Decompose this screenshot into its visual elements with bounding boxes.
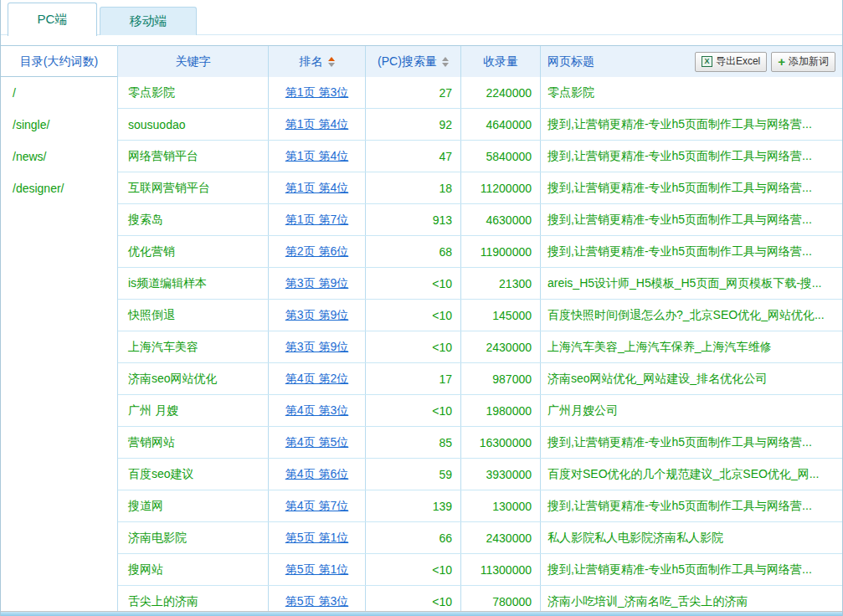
search-volume-cell: 27 (366, 77, 461, 108)
directory-item[interactable]: /single/ (1, 109, 117, 141)
search-volume-cell: 59 (366, 459, 461, 490)
table-body: 零点影院 第1页 第3位 27 2240000 零点影院 sousuodao 第… (118, 77, 842, 616)
page-title-cell: 搜到,让营销更精准-专业h5页面制作工具与网络营... (541, 172, 842, 203)
rank-link[interactable]: 第4页 第6位 (285, 467, 348, 482)
rank-header-label: 排名 (300, 54, 323, 69)
rank-link[interactable]: 第5页 第3位 (285, 594, 348, 609)
rank-link[interactable]: 第5页 第1位 (285, 562, 348, 578)
rank-cell: 第3页 第9位 (269, 268, 366, 299)
rank-cell: 第1页 第4位 (269, 141, 366, 172)
seo-keyword-rank-panel: PC端 移动端 目录(大约词数) / /single/ /news/ /desi… (0, 0, 843, 616)
directory-item[interactable]: / (1, 77, 117, 109)
rank-link[interactable]: 第4页 第7位 (285, 499, 348, 514)
keyword-cell: 互联网营销平台 (118, 172, 269, 203)
bottom-scrollbar[interactable] (1, 611, 842, 616)
toolbar: X 导出Excel + 添加新词 (695, 52, 842, 72)
keyword-header: 关键字 (118, 46, 269, 77)
page-title-cell: 私人影院私人电影院济南私人影院 (541, 522, 842, 553)
tab-mobile[interactable]: 移动端 (100, 7, 197, 35)
keyword-cell: 济南电影院 (118, 522, 269, 553)
keyword-cell: 快照倒退 (118, 300, 269, 331)
rank-cell: 第5页 第1位 (269, 522, 366, 553)
directory-list: / /single/ /news/ /designer/ (1, 77, 117, 204)
rank-link[interactable]: 第1页 第3位 (285, 85, 348, 100)
index-count-cell: 987000 (461, 363, 541, 394)
rank-link[interactable]: 第1页 第4位 (285, 181, 348, 196)
table-row: 网络营销平台 第1页 第4位 47 5840000 搜到,让营销更精准-专业h5… (118, 141, 842, 172)
rank-cell: 第3页 第9位 (269, 300, 366, 331)
rank-link[interactable]: 第4页 第3位 (285, 403, 348, 418)
sort-desc-icon (328, 63, 335, 67)
plus-icon: + (778, 55, 785, 68)
page-title-cell: 搜到,让营销更精准-专业h5页面制作工具与网络营... (541, 204, 842, 235)
add-keyword-button[interactable]: + 添加新词 (771, 52, 835, 72)
index-count-cell: 130000 (461, 490, 541, 521)
index-count-cell: 21300 (461, 268, 541, 299)
keyword-cell: 搜道网 (118, 490, 269, 521)
rank-header: 排名 (269, 46, 366, 77)
search-volume-sort-control[interactable] (442, 57, 449, 67)
keyword-cell: 零点影院 (118, 77, 269, 108)
search-volume-cell: <10 (366, 300, 461, 331)
tab-bar: PC端 移动端 (1, 0, 842, 35)
sort-asc-icon (328, 57, 335, 61)
directory-item[interactable]: /designer/ (1, 172, 117, 204)
directory-column: 目录(大约词数) / /single/ /news/ /designer/ (1, 45, 118, 616)
table-row: 零点影院 第1页 第3位 27 2240000 零点影院 (118, 77, 842, 109)
index-count-cell: 5840000 (461, 141, 541, 172)
rank-link[interactable]: 第2页 第6位 (285, 244, 348, 259)
rank-link[interactable]: 第4页 第5位 (285, 435, 348, 450)
rank-link[interactable]: 第5页 第1位 (285, 531, 348, 546)
rank-cell: 第3页 第9位 (269, 331, 366, 362)
rank-link[interactable]: 第3页 第9位 (285, 276, 348, 291)
index-count-cell: 2430000 (461, 331, 541, 362)
table-header-row: 关键字 排名 (PC)搜索量 收录量 (118, 45, 842, 77)
table-row: 上海汽车美容 第3页 第9位 <10 2430000 上海汽车美容_上海汽车保养… (118, 331, 842, 363)
sort-asc-icon (442, 57, 449, 61)
page-title-cell: 搜到,让营销更精准-专业h5页面制作工具与网络营... (541, 554, 842, 585)
index-count-header-label: 收录量 (483, 54, 518, 69)
page-title-cell: 上海汽车美容_上海汽车保养_上海汽车维修 (541, 331, 842, 362)
table-row: 营销网站 第4页 第5位 85 16300000 搜到,让营销更精准-专业h5页… (118, 427, 842, 459)
search-volume-cell: 913 (366, 204, 461, 235)
page-title-cell: 济南seo网站优化_网站建设_排名优化公司 (541, 363, 842, 394)
search-volume-cell: <10 (366, 268, 461, 299)
keyword-cell: is频道编辑样本 (118, 268, 269, 299)
tab-pc[interactable]: PC端 (8, 3, 97, 36)
search-volume-cell: 139 (366, 490, 461, 521)
rank-cell: 第5页 第1位 (269, 554, 366, 585)
index-count-cell: 145000 (461, 300, 541, 331)
table-main: 关键字 排名 (PC)搜索量 收录量 (118, 45, 842, 616)
search-volume-cell: 47 (366, 141, 461, 172)
page-title-cell: 搜到,让营销更精准-专业h5页面制作工具与网络营... (541, 236, 842, 267)
export-excel-button[interactable]: X 导出Excel (695, 52, 767, 72)
search-volume-cell: <10 (366, 554, 461, 585)
rank-link[interactable]: 第1页 第7位 (285, 213, 348, 228)
table-row: 搜索岛 第1页 第7位 913 4630000 搜到,让营销更精准-专业h5页面… (118, 204, 842, 236)
index-count-cell: 16300000 (461, 427, 541, 458)
rank-link[interactable]: 第4页 第2位 (285, 372, 348, 387)
index-count-cell: 2240000 (461, 77, 541, 108)
rank-link[interactable]: 第1页 第4位 (285, 117, 348, 132)
table-row: 快照倒退 第3页 第9位 <10 145000 百度快照时间倒退怎么办?_北京S… (118, 300, 842, 331)
rank-link[interactable]: 第1页 第4位 (285, 149, 348, 164)
rank-cell: 第2页 第6位 (269, 236, 366, 267)
rank-cell: 第4页 第7位 (269, 490, 366, 521)
rank-link[interactable]: 第3页 第9位 (285, 308, 348, 323)
keyword-cell: 百度seo建议 (118, 459, 269, 490)
index-count-cell: 11300000 (461, 554, 541, 585)
rank-cell: 第4页 第2位 (269, 363, 366, 394)
keyword-cell: 搜索岛 (118, 204, 269, 235)
rank-cell: 第4页 第3位 (269, 395, 366, 426)
table-row: is频道编辑样本 第3页 第9位 <10 21300 areis_H5设计师_H… (118, 268, 842, 300)
rank-cell: 第4页 第5位 (269, 427, 366, 458)
index-count-cell: 4630000 (461, 204, 541, 235)
keyword-cell: 广州 月嫂 (118, 395, 269, 426)
page-title-cell: 搜到,让营销更精准-专业h5页面制作工具与网络营... (541, 427, 842, 458)
keyword-cell: 上海汽车美容 (118, 331, 269, 362)
rank-link[interactable]: 第3页 第9位 (285, 340, 348, 355)
directory-item[interactable]: /news/ (1, 141, 117, 172)
keyword-cell: 网络营销平台 (118, 141, 269, 172)
table-row: sousuodao 第1页 第4位 92 4640000 搜到,让营销更精准-专… (118, 109, 842, 141)
rank-sort-control[interactable] (328, 57, 335, 67)
